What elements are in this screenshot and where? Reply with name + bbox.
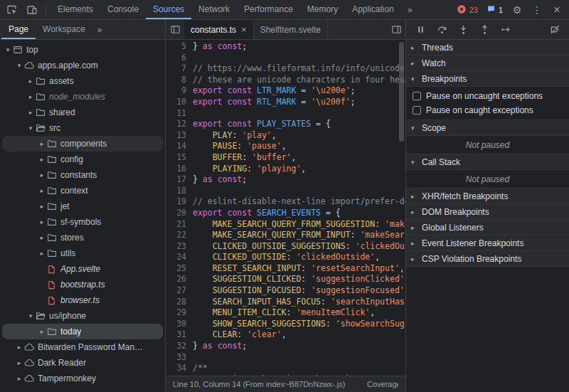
code-line[interactable]: 31 CLEAR: 'clear', (166, 329, 405, 341)
code-line[interactable]: 26 SUGGESTION_CLICKED: 'suggestionClicke… (166, 274, 405, 285)
tab-application[interactable]: Application (345, 0, 401, 19)
code-line[interactable]: 32} as const; (166, 341, 405, 352)
section-header-threads[interactable]: ▸Threads (406, 40, 569, 55)
line-number-gutter[interactable]: 7 (166, 63, 193, 75)
code-line[interactable]: 11 (166, 108, 405, 120)
line-number-gutter[interactable]: 10 (166, 97, 193, 108)
issue-counter[interactable]: 1 (483, 4, 506, 15)
code-line[interactable]: 13 PLAY: 'play', (166, 130, 405, 142)
code-line[interactable]: 7// https://www.fileformat.info/info/uni… (166, 63, 405, 75)
breakpoint-option-pause-on-caught-exceptions[interactable]: Pause on caught exceptions (406, 103, 569, 117)
expander-closed-icon[interactable]: ▸ (26, 78, 36, 85)
line-number-gutter[interactable]: 19 (166, 196, 193, 208)
navigator-more-chevron[interactable]: » (92, 25, 107, 35)
expander-closed-icon[interactable]: ▸ (37, 140, 47, 147)
expander-closed-icon[interactable]: ▸ (37, 250, 47, 257)
tree-item-stores[interactable]: ▸stores (2, 230, 163, 245)
inspect-element-icon[interactable] (3, 1, 21, 19)
line-number-gutter[interactable]: 35 (166, 374, 193, 376)
line-number-gutter[interactable]: 16 (166, 164, 193, 175)
step-out-icon[interactable] (476, 21, 493, 38)
section-header-dom-breakpoints[interactable]: ▸DOM Breakpoints (406, 204, 569, 220)
line-number-gutter[interactable]: 6 (166, 53, 193, 64)
line-number-gutter[interactable]: 21 (166, 219, 193, 231)
code-line[interactable]: 29 MENU_ITEM_CLICK: 'menuItemClick', (166, 307, 405, 319)
expander-closed-icon[interactable]: ▸ (37, 203, 47, 210)
tab-memory[interactable]: Memory (300, 0, 345, 19)
line-number-gutter[interactable]: 26 (166, 274, 193, 285)
coverage-button[interactable]: Coverage (367, 380, 398, 388)
code-line[interactable]: 21 MAKE_SEARCH_QUERY_FROM_SUGGESTION: 'm… (166, 219, 405, 231)
expander-closed-icon[interactable]: ▸ (26, 93, 36, 100)
tree-item-sf-symbols[interactable]: ▸sf-symbols (2, 214, 163, 230)
line-number-gutter[interactable]: 8 (166, 75, 193, 86)
line-number-gutter[interactable]: 22 (166, 230, 193, 241)
line-number-gutter[interactable]: 33 (166, 352, 193, 364)
tree-item-config[interactable]: ▸config (2, 152, 163, 167)
code-line[interactable]: 6 (166, 53, 405, 64)
settings-gear-icon[interactable]: ⚙ (508, 1, 526, 19)
code-line[interactable]: 24 CLICKED_OUTSIDE: 'clickedOutside', (166, 252, 405, 263)
navigator-tab-page[interactable]: Page (1, 20, 36, 39)
section-header-breakpoints[interactable]: ▾Breakpoints (406, 71, 569, 87)
line-number-gutter[interactable]: 15 (166, 152, 193, 164)
section-header-event-listener-breakpoints[interactable]: ▸Event Listener Breakpoints (406, 235, 569, 251)
code-editor[interactable]: 5} as const;67// https://www.fileformat.… (166, 40, 405, 376)
step-into-icon[interactable] (454, 21, 472, 38)
code-line[interactable]: 9export const LTR_MARK = '\u200e'; (166, 85, 405, 97)
line-number-gutter[interactable]: 23 (166, 241, 193, 253)
code-line[interactable]: 33 (166, 352, 405, 364)
tree-item-shared[interactable]: ▸shared (2, 105, 163, 120)
step-over-icon[interactable] (433, 21, 450, 38)
expander-closed-icon[interactable]: ▸ (14, 344, 24, 351)
code-line[interactable]: 15 BUFFER: 'buffer', (166, 152, 405, 164)
section-header-call-stack[interactable]: ▾Call Stack (406, 154, 569, 170)
expander-closed-icon[interactable]: ▸ (37, 218, 47, 226)
error-counter[interactable]: 23 (453, 4, 482, 16)
tree-item-browser-ts[interactable]: browser.ts (2, 292, 163, 308)
tab-elements[interactable]: Elements (50, 0, 100, 19)
tab-sources[interactable]: Sources (146, 0, 191, 19)
toggle-debugger-panel-icon[interactable] (387, 21, 405, 39)
tree-item-components[interactable]: ▸components (2, 136, 163, 152)
code-line[interactable]: 28 SEARCH_INPUT_HAS_FOCUS: 'searchInputH… (166, 297, 405, 308)
expander-closed-icon[interactable]: ▸ (26, 109, 36, 116)
line-number-gutter[interactable]: 11 (166, 108, 193, 120)
line-number-gutter[interactable]: 27 (166, 285, 193, 297)
tree-item-bootstrap-ts[interactable]: bootstrap.ts (2, 277, 163, 292)
code-line[interactable]: 8// these are unicode characters in four… (166, 75, 405, 86)
section-header-global-listeners[interactable]: ▸Global Listeners (406, 220, 569, 235)
code-line[interactable]: 23 CLICKED_OUTSIDE_SUGGESTIONS: 'clicked… (166, 241, 405, 253)
section-header-csp-violation-breakpoints[interactable]: ▸CSP Violation Breakpoints (406, 251, 569, 267)
close-devtools-icon[interactable]: × (548, 1, 566, 19)
tree-item-today[interactable]: ▸today (2, 324, 163, 339)
editor-tab-constants-ts[interactable]: constants.ts× (184, 20, 254, 39)
checkbox[interactable] (413, 92, 421, 100)
line-number-gutter[interactable]: 20 (166, 208, 193, 219)
editor-tab-shelfitem-svelte[interactable]: ShelfItem.svelte (254, 20, 328, 39)
line-number-gutter[interactable]: 5 (166, 41, 193, 53)
step-icon[interactable] (497, 21, 514, 38)
tree-item-apps-apple-com[interactable]: ▾apps.apple.com (2, 58, 163, 73)
line-number-gutter[interactable]: 28 (166, 297, 193, 308)
line-number-gutter[interactable]: 29 (166, 307, 193, 319)
deactivate-breakpoints-icon[interactable] (546, 21, 563, 38)
code-line[interactable]: 17} as const; (166, 174, 405, 186)
expander-closed-icon[interactable]: ▸ (37, 171, 47, 179)
code-line[interactable]: 35 * Locations where `SearchInput` compo… (166, 374, 405, 376)
tree-item-bitwarden-password-man[interactable]: ▸Bitwarden Password Man… (2, 339, 163, 355)
toggle-navigator-icon[interactable] (166, 21, 184, 39)
tree-item-assets[interactable]: ▸assets (2, 73, 163, 89)
code-line[interactable]: 22 MAKE_SEARCH_QUERY_FROM_INPUT: 'makeSe… (166, 230, 405, 241)
code-line[interactable]: 18 (166, 186, 405, 197)
code-line[interactable]: 30 SHOW_SEARCH_SUGGESTIONS: 'showSearchS… (166, 319, 405, 330)
code-line[interactable]: 27 SUGGESTION_FOCUSED: 'suggestionFocuse… (166, 285, 405, 297)
code-line[interactable]: 12export const PLAY_STATES = { (166, 119, 405, 130)
expander-closed-icon[interactable]: ▸ (37, 156, 47, 163)
tree-item-node-modules[interactable]: ▸node_modules (2, 89, 163, 105)
expander-open-icon[interactable]: ▾ (14, 62, 24, 69)
line-number-gutter[interactable]: 14 (166, 141, 193, 152)
more-tabs-chevron[interactable]: » (403, 5, 418, 15)
expander-closed-icon[interactable]: ▸ (37, 187, 47, 194)
tree-item-tampermonkey[interactable]: ▸Tampermonkey (2, 371, 163, 386)
